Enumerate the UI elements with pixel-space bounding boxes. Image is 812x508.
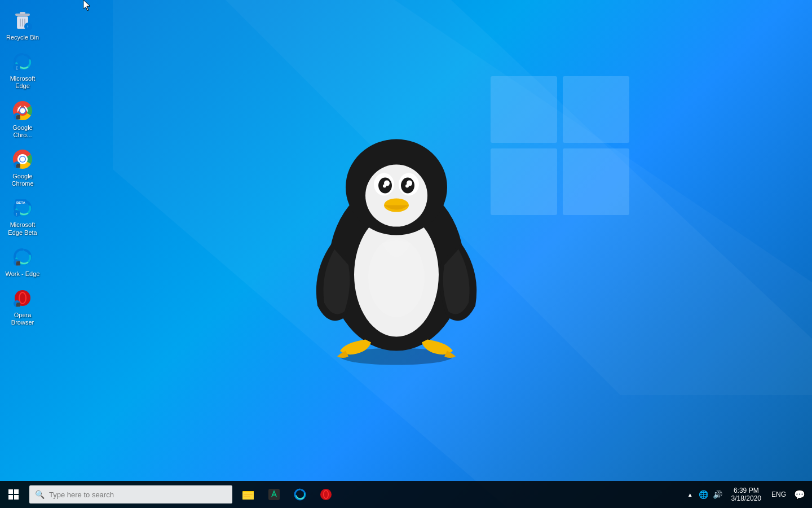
taskbar-opera[interactable] [314, 482, 338, 507]
svg-point-22 [20, 108, 25, 113]
svg-text:↑: ↑ [16, 212, 18, 216]
desktop-icon-google-chrome[interactable]: ⬛ Google Chrome [2, 144, 43, 191]
windows-logo-icon [8, 489, 19, 500]
chrome-old-icon: ⬛ [11, 99, 34, 122]
clock-time: 6:39 PM [734, 487, 759, 494]
desktop-icon-work-edge[interactable]: ⬛ Work - Edge [2, 242, 43, 281]
svg-rect-3 [563, 76, 629, 143]
show-hidden-icons[interactable]: ▲ [685, 491, 695, 499]
recycle-bin-icon: ↑ [11, 9, 34, 32]
language-text: ENG [771, 491, 786, 498]
stylus-icon [267, 488, 281, 501]
mouse-cursor [83, 0, 90, 11]
svg-rect-60 [244, 494, 253, 495]
taskbar-system-tray: ▲ 🌐 🔊 6:39 PM 3/18/2020 ENG 💬 [685, 485, 812, 503]
opera-label: Opera Browser [4, 312, 41, 326]
language-indicator[interactable]: ENG [769, 491, 788, 498]
svg-rect-5 [563, 148, 629, 215]
desktop-icon-google-chrome-1[interactable]: ⬛ Google Chro... [2, 96, 43, 142]
start-button[interactable] [0, 481, 27, 508]
work-edge-label: Work - Edge [6, 270, 40, 278]
system-clock[interactable]: 6:39 PM 3/18/2020 [727, 485, 766, 503]
svg-text:↑: ↑ [27, 24, 29, 29]
action-center-button[interactable]: 💬 [792, 487, 807, 502]
tray-icons-group: ▲ 🌐 🔊 [685, 489, 723, 500]
svg-point-65 [324, 491, 328, 498]
opera-icon: ⬛ [11, 287, 34, 309]
svg-rect-61 [244, 496, 250, 497]
taskbar-file-explorer[interactable] [236, 482, 261, 507]
desktop: ↑ Recycle Bin ⬛ E [0, 0, 812, 508]
svg-rect-7 [20, 12, 25, 14]
edge-beta-label: Microsoft Edge Beta [4, 221, 41, 236]
taskbar: 🔍 [0, 481, 812, 508]
svg-point-51 [383, 185, 386, 188]
chrome-label: Google Chrome [4, 173, 41, 187]
work-edge-icon: ⬛ [11, 246, 34, 268]
tux-penguin [301, 131, 492, 368]
chrome-icon: ⬛ [11, 148, 34, 170]
network-icon[interactable]: 🌐 [698, 489, 709, 500]
file-explorer-icon [241, 488, 255, 501]
svg-text:BETA: BETA [16, 201, 26, 204]
svg-point-38 [20, 293, 25, 303]
edge-taskbar-icon [293, 488, 307, 501]
volume-icon[interactable]: 🔊 [712, 489, 723, 500]
taskbar-search[interactable]: 🔍 [29, 485, 232, 503]
taskbar-stylus[interactable] [262, 482, 286, 507]
svg-point-55 [405, 185, 409, 188]
search-input[interactable] [49, 491, 227, 499]
svg-rect-59 [242, 492, 254, 500]
chrome-old-label: Google Chro... [4, 124, 41, 139]
svg-text:⬛: ⬛ [16, 114, 21, 119]
svg-text:⬛: ⬛ [16, 301, 21, 306]
search-icon: 🔍 [35, 490, 45, 499]
edge-beta-icon: BETA ↑ [11, 196, 34, 219]
svg-rect-4 [491, 148, 557, 215]
svg-text:⬛: ⬛ [16, 163, 21, 168]
svg-text:E: E [16, 66, 19, 70]
svg-rect-2 [491, 76, 557, 143]
svg-point-47 [365, 165, 427, 227]
recycle-bin-label: Recycle Bin [6, 34, 39, 41]
desktop-icon-recycle-bin[interactable]: ↑ Recycle Bin [2, 6, 43, 45]
edge-icon: ⬛ E [11, 50, 34, 73]
svg-text:⬛: ⬛ [16, 260, 21, 265]
desktop-icon-edge-beta[interactable]: BETA ↑ Microsoft Edge Beta [2, 193, 43, 239]
edge-label: Microsoft Edge [4, 75, 41, 90]
taskbar-pinned-apps [236, 482, 338, 507]
desktop-icons-column: ↑ Recycle Bin ⬛ E [0, 0, 45, 332]
desktop-icon-opera[interactable]: ⬛ Opera Browser [2, 283, 43, 330]
desktop-icon-microsoft-edge[interactable]: ⬛ E Microsoft Edge [2, 47, 43, 93]
opera-taskbar-icon [319, 488, 333, 501]
taskbar-edge[interactable] [288, 482, 312, 507]
clock-date: 3/18/2020 [731, 494, 761, 502]
svg-point-27 [20, 156, 25, 161]
